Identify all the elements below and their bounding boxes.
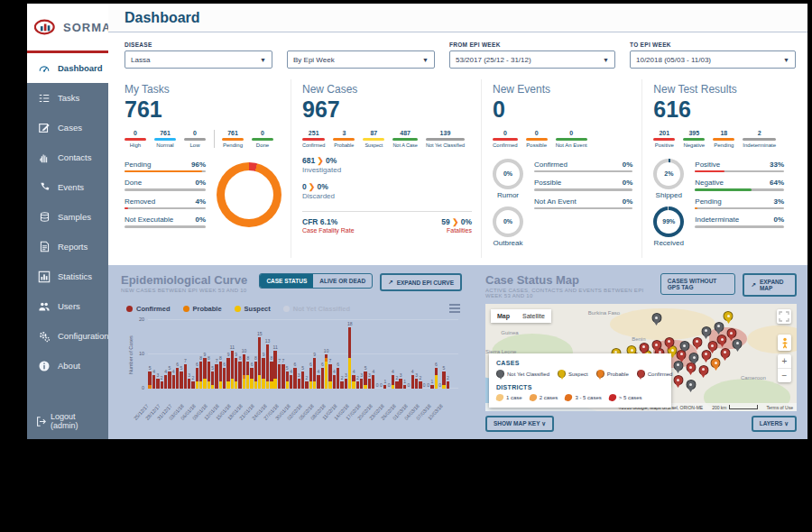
- sidebar-item-configuration[interactable]: Configuration: [27, 321, 108, 351]
- fullscreen-icon[interactable]: [777, 309, 791, 324]
- confirmed-case-pin[interactable]: [686, 362, 696, 372]
- sidebar-item-tasks[interactable]: Tasks: [27, 83, 108, 113]
- show-map-key-button[interactable]: SHOW MAP KEY ∨: [485, 416, 554, 432]
- bar-segment-suspect: [258, 375, 261, 389]
- bar-segment-confirmed: [372, 375, 374, 389]
- sidebar-item-label: Configuration: [58, 331, 109, 341]
- stat-chip-not-a-case: 487Not A Case: [392, 130, 418, 148]
- bar-segment-confirmed: [199, 362, 202, 382]
- expand-epi-curve-button[interactable]: ↗ EXPAND EPI CURVE: [380, 273, 462, 291]
- sidebar-item-contacts[interactable]: Contacts: [27, 142, 108, 172]
- confirmed-case-pin[interactable]: [639, 343, 649, 353]
- not-yet-classified-case-pin[interactable]: [701, 326, 711, 336]
- sidebar-item-users[interactable]: Users: [27, 291, 108, 321]
- not-yet-classified-case-pin[interactable]: [714, 322, 724, 332]
- from-epi-week-label: FROM EPI WEEK: [449, 41, 615, 48]
- chip-group-divider: [214, 130, 215, 148]
- expand-map-button[interactable]: ↗ EXPAND MAP: [743, 273, 797, 297]
- logout-button[interactable]: Logout (admin): [27, 403, 108, 439]
- cases-icon: [38, 122, 51, 134]
- bar-value-label: 8: [246, 355, 249, 361]
- bar-segment-suspect: [243, 379, 245, 389]
- confirmed-case-pin[interactable]: [664, 337, 674, 347]
- confirmed-case-pin[interactable]: [677, 350, 687, 360]
- country-label: Burkina Faso: [588, 310, 620, 316]
- bar-segment-confirmed: [352, 375, 355, 382]
- chart-menu-icon[interactable]: [448, 302, 462, 315]
- bar-value-label: 9: [227, 352, 230, 357]
- suspect-case-pin[interactable]: [724, 311, 734, 321]
- not-yet-classified-case-pin[interactable]: [689, 353, 699, 362]
- about-icon: [38, 360, 51, 372]
- zoom-in-button[interactable]: +: [778, 354, 791, 368]
- legend-item-confirmed[interactable]: Confirmed: [126, 305, 171, 313]
- sidebar-item-statistics[interactable]: Statistics: [27, 261, 108, 291]
- sidebar-item-dashboard[interactable]: Dashboard: [27, 53, 108, 83]
- bar-value-label: 2: [161, 375, 163, 381]
- bar-segment-confirmed: [364, 371, 366, 385]
- samples-icon: [38, 211, 51, 224]
- legend-item-probable[interactable]: Probable: [183, 305, 222, 313]
- confirmed-case-pin[interactable]: [707, 341, 717, 351]
- confirmed-case-pin[interactable]: [726, 328, 736, 338]
- probable-case-pin[interactable]: [711, 358, 721, 368]
- sidebar-item-label: Reports: [58, 242, 88, 252]
- confirmed-case-pin[interactable]: [692, 337, 702, 347]
- sidebar-item-about[interactable]: About: [27, 351, 108, 381]
- new-test-results-progress-list: Positive33% Negative64% Pending3% Indete…: [695, 161, 784, 247]
- grouping-select[interactable]: By Epi Week ▼: [287, 50, 435, 69]
- legend-item-suspect[interactable]: Suspect: [235, 305, 271, 313]
- confirmed-case-pin[interactable]: [673, 375, 683, 385]
- epi-toggle-group: CASE STATUS ALIVE OR DEAD: [259, 273, 373, 289]
- confirmed-case-pin[interactable]: [698, 365, 708, 375]
- confirmed-case-pin[interactable]: [717, 335, 727, 344]
- users-icon: [38, 300, 51, 313]
- disease-select[interactable]: Lassa ▼: [125, 50, 272, 69]
- progress-row-possible: Possible0%: [534, 179, 632, 191]
- map-terms-link[interactable]: Terms of Use: [767, 405, 793, 410]
- bar-segment-confirmed: [176, 368, 179, 389]
- case-status-toggle[interactable]: CASE STATUS: [260, 274, 313, 288]
- sidebar-item-cases[interactable]: Cases: [27, 113, 108, 142]
- confirmed-case-pin[interactable]: [701, 350, 711, 360]
- satellite-view-button[interactable]: Satellite: [516, 309, 551, 323]
- bar-segment-suspect: [235, 381, 237, 389]
- not-yet-classified-case-pin[interactable]: [733, 339, 743, 349]
- bar-segment-confirmed: [238, 362, 241, 389]
- map-view-button[interactable]: Map: [491, 309, 516, 323]
- from-epi-week-select[interactable]: 53/2017 (25/12 - 31/12) ▼: [449, 50, 615, 69]
- sidebar-item-samples[interactable]: Samples: [27, 202, 108, 232]
- layers-button[interactable]: LAYERS ∨: [752, 416, 797, 432]
- page-title: Dashboard: [108, 10, 200, 26]
- map-key-district-2-cases: 2 cases: [530, 394, 558, 401]
- alive-or-dead-toggle[interactable]: ALIVE OR DEAD: [313, 274, 372, 288]
- bar-segment-suspect: [328, 381, 331, 389]
- bar-segment-suspect: [270, 381, 272, 389]
- map-canvas[interactable]: GuineaSierra LeoneBurkina FasoBeninCamer…: [485, 304, 797, 411]
- to-epi-week-select[interactable]: 10/2018 (05/03 - 11/03) ▼: [630, 50, 796, 69]
- bar-value-label: 8: [270, 355, 272, 361]
- zoom-out-button[interactable]: −: [778, 368, 791, 382]
- bar-segment-confirmed: [411, 375, 414, 389]
- cases-without-gps-button[interactable]: CASES WITHOUT GPS TAG: [660, 273, 736, 295]
- bar-segment-suspect: [226, 381, 229, 389]
- legend-item-not-yet-classified[interactable]: Not Yet Classified: [283, 305, 350, 313]
- sidebar-item-label: Contacts: [58, 152, 92, 162]
- confirmed-case-pin[interactable]: [651, 340, 661, 350]
- sidebar-item-reports[interactable]: Reports: [27, 232, 108, 261]
- not-yet-classified-case-pin[interactable]: [686, 380, 696, 390]
- pegman-icon[interactable]: [778, 335, 791, 351]
- not-yet-classified-case-pin[interactable]: [651, 313, 661, 323]
- map-key-district-3-5-cases: 3 - 5 cases: [565, 394, 601, 401]
- brand-header[interactable]: SORMAS: [27, 4, 108, 53]
- expand-icon: ↗: [751, 281, 755, 289]
- not-yet-classified-case-pin[interactable]: [673, 361, 683, 371]
- bar-segment-confirmed: [254, 362, 257, 382]
- sidebar-item-events[interactable]: Events: [27, 172, 108, 202]
- bar-segment-confirmed: [148, 371, 151, 385]
- epi-bar[interactable]: 2: [446, 320, 449, 389]
- map-key-districts-title: DISTRICTS: [496, 384, 664, 390]
- percent-ring-received: 99%Received: [653, 206, 684, 247]
- confirmed-case-pin[interactable]: [720, 348, 730, 358]
- bar-segment-confirmed: [447, 381, 449, 389]
